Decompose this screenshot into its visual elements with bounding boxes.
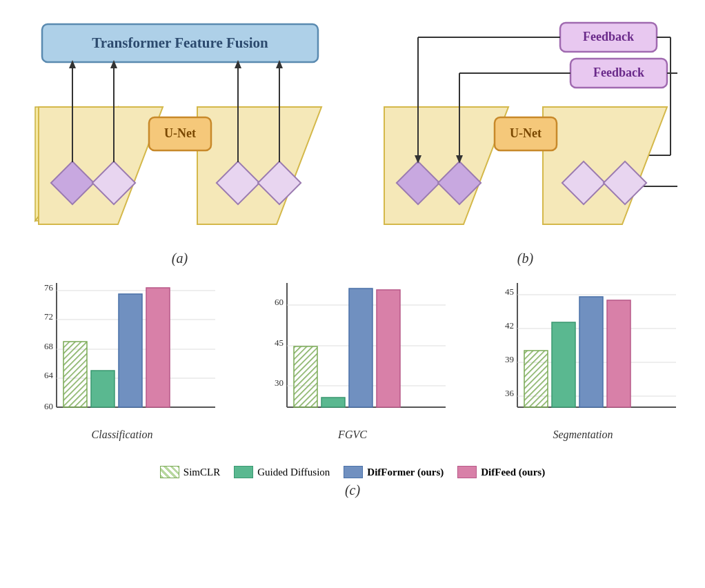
svg-rect-70 [377, 290, 400, 407]
svg-rect-54 [63, 342, 87, 407]
diagram-a: Transformer Feature Fusion U-Net [7, 7, 352, 276]
diagram-b-label: (b) [517, 251, 533, 266]
charts-container: 60 64 68 72 76 [7, 280, 698, 459]
fgvc-title: FGVC [338, 429, 367, 441]
diagram-b-svg: Feedback Feedback [374, 17, 677, 245]
svg-rect-68 [321, 398, 345, 407]
fgvc-svg: 30 45 60 [237, 280, 468, 424]
svg-rect-82 [524, 351, 548, 407]
svg-text:64: 64 [44, 370, 54, 380]
legend-simclr: SimCLR [160, 466, 220, 478]
transformer-label-a: Transformer Feature Fusion [92, 35, 268, 51]
chart-c-label: (c) [7, 482, 698, 498]
svg-rect-85 [607, 300, 630, 407]
svg-text:45: 45 [505, 286, 514, 297]
legend-label-difformer: DifFormer (ours) [367, 467, 444, 478]
feedback-label-1: Feedback [583, 30, 634, 43]
svg-rect-55 [91, 371, 115, 407]
legend: SimCLR Guided Diffusion DifFormer (ours)… [7, 466, 698, 478]
svg-text:42: 42 [505, 320, 514, 331]
svg-marker-4 [39, 107, 163, 224]
svg-text:72: 72 [44, 311, 53, 322]
legend-swatch-diffeed [457, 466, 477, 478]
svg-text:68: 68 [44, 341, 53, 351]
legend-difformer: DifFormer (ours) [344, 466, 444, 478]
diagram-b: Feedback Feedback [352, 7, 698, 276]
feedback-label-2: Feedback [593, 66, 644, 79]
classification-title: Classification [92, 429, 153, 441]
svg-text:36: 36 [505, 388, 515, 398]
svg-rect-56 [119, 294, 142, 407]
segmentation-chart: 36 39 42 45 [468, 280, 698, 459]
legend-swatch-simclr [160, 466, 179, 478]
top-row: Transformer Feature Fusion U-Net [7, 7, 698, 276]
segmentation-svg: 36 39 42 45 [468, 280, 698, 424]
svg-rect-84 [579, 297, 603, 407]
svg-marker-5 [197, 107, 321, 224]
unet-label-b: U-Net [510, 126, 542, 140]
svg-text:45: 45 [275, 337, 284, 348]
svg-rect-83 [552, 322, 575, 407]
main-container: Transformer Feature Fusion U-Net [0, 0, 705, 588]
legend-swatch-guided [234, 466, 253, 478]
svg-text:60: 60 [275, 297, 284, 307]
unet-label-a: U-Net [164, 126, 196, 140]
classification-svg: 60 64 68 72 76 [7, 280, 237, 424]
svg-text:60: 60 [44, 401, 53, 411]
svg-rect-57 [146, 288, 170, 407]
svg-marker-30 [543, 107, 667, 224]
legend-label-diffeed: DifFeed (ours) [481, 467, 545, 478]
legend-label-guided: Guided Diffusion [257, 467, 330, 478]
svg-rect-67 [294, 346, 317, 407]
svg-marker-29 [384, 107, 508, 224]
svg-rect-69 [349, 288, 373, 407]
segmentation-title: Segmentation [553, 429, 613, 441]
svg-text:76: 76 [44, 282, 54, 293]
diagram-a-svg: Transformer Feature Fusion U-Net [28, 17, 332, 245]
legend-guided: Guided Diffusion [234, 466, 330, 478]
svg-text:30: 30 [275, 378, 284, 388]
fgvc-chart: 30 45 60 [237, 280, 468, 459]
legend-swatch-difformer [344, 466, 363, 478]
bottom-row: 60 64 68 72 76 [7, 276, 698, 581]
diagram-a-label: (a) [172, 251, 188, 266]
legend-label-simclr: SimCLR [183, 467, 220, 478]
legend-diffeed: DifFeed (ours) [457, 466, 545, 478]
svg-text:39: 39 [505, 354, 514, 364]
classification-chart: 60 64 68 72 76 [7, 280, 237, 459]
